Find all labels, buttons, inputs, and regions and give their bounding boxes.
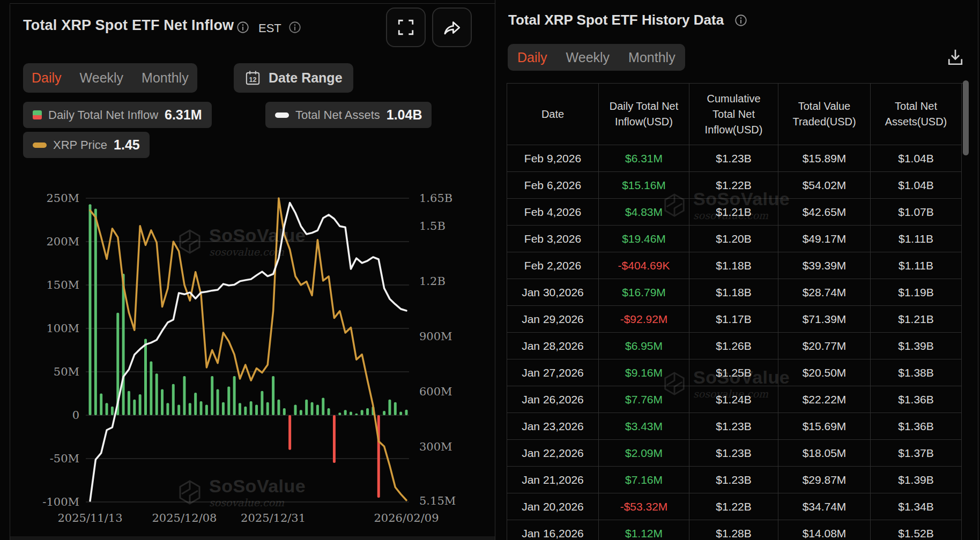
cell-assets: $1.19B xyxy=(871,279,962,306)
table-scrollbar-thumb[interactable] xyxy=(963,80,969,155)
date-range-button[interactable]: 12 Date Range xyxy=(234,63,353,93)
tab-weekly[interactable]: Weekly xyxy=(80,70,124,86)
date-range-label: Date Range xyxy=(269,70,343,86)
table-row: Jan 30,2026$16.79M$1.18B$28.74M$1.19B xyxy=(507,279,963,306)
right-axis-tick: 900M xyxy=(419,330,452,343)
cell-assets: $1.36B xyxy=(871,413,962,440)
cell-traded: $14.08M xyxy=(778,520,871,540)
history-info-icon[interactable] xyxy=(734,14,747,27)
inflow-bar xyxy=(166,403,169,415)
inflow-bar xyxy=(333,415,336,463)
inflow-bar xyxy=(183,376,185,415)
net-inflow-chart[interactable]: 250M200M150M100M50M0-50M-100M1.65B1.5B1.… xyxy=(10,161,495,540)
tab-daily[interactable]: Daily xyxy=(32,70,62,86)
cell-assets: $1.39B xyxy=(871,333,962,359)
table-row: Jan 27,2026$9.16M$1.25B$20.50M$1.38B xyxy=(507,359,963,386)
cell-assets: $1.11B xyxy=(871,252,962,279)
cell-traded: $34.74M xyxy=(778,493,871,520)
share-button[interactable] xyxy=(432,8,472,47)
inflow-bar xyxy=(255,405,258,415)
inflow-bar xyxy=(211,376,213,415)
cell-assets: $1.04B xyxy=(871,145,962,172)
table-tab-monthly[interactable]: Monthly xyxy=(628,50,675,65)
left-axis-tick: 150M xyxy=(46,279,79,291)
cell-assets: $1.21B xyxy=(871,306,962,333)
table-tab-daily[interactable]: Daily xyxy=(517,50,547,65)
info-icon[interactable] xyxy=(236,21,249,34)
inflow-bar xyxy=(244,407,247,415)
cell-date: Jan 29,2026 xyxy=(507,306,599,333)
cell-assets: $1.04B xyxy=(871,172,962,199)
cell-inflow: $2.09M xyxy=(599,440,689,467)
inflow-bar xyxy=(283,408,286,415)
table-row: Feb 9,2026$6.31M$1.23B$15.89M$1.04B xyxy=(507,145,963,172)
right-axis-tick: 600M xyxy=(419,385,452,398)
inflow-bar xyxy=(300,410,302,415)
left-axis-tick: 200M xyxy=(46,235,79,248)
cell-inflow: -$53.32M xyxy=(599,493,689,520)
cell-inflow: -$92.92M xyxy=(599,306,689,333)
cell-traded: $54.02M xyxy=(778,172,871,199)
inflow-bar xyxy=(155,373,158,415)
legend-xrp-price[interactable]: XRP Price 1.45 xyxy=(23,132,150,158)
cell-inflow: $15.16M xyxy=(599,172,689,199)
table-row: Feb 4,2026$4.83M$1.21B$42.65M$1.07B xyxy=(507,199,963,226)
table-row: Jan 29,2026-$92.92M$1.17B$71.39M$1.21B xyxy=(507,306,963,333)
cell-traded: $29.87M xyxy=(778,467,871,493)
cell-inflow: $7.76M xyxy=(599,386,689,413)
column-header: Date xyxy=(507,84,599,145)
inflow-bar xyxy=(172,384,175,415)
legend-value: 6.31M xyxy=(165,107,202,123)
white-dash-icon xyxy=(275,112,289,118)
cell-traded: $42.65M xyxy=(778,199,871,226)
timezone-label: EST xyxy=(258,21,281,35)
cell-cumulative: $1.18B xyxy=(689,279,778,306)
cell-cumulative: $1.25B xyxy=(689,359,778,386)
cell-inflow: $9.16M xyxy=(599,359,689,386)
inflow-bar xyxy=(144,339,147,415)
inflow-bar xyxy=(217,389,219,415)
inflow-bar xyxy=(316,405,319,415)
inflow-bar xyxy=(89,204,92,415)
cell-date: Jan 27,2026 xyxy=(507,359,599,386)
cell-date: Feb 2,2026 xyxy=(507,252,599,279)
cell-cumulative: $1.28B xyxy=(689,520,778,540)
cell-assets: $1.39B xyxy=(871,467,962,493)
cell-date: Jan 21,2026 xyxy=(507,467,599,493)
cell-cumulative: $1.23B xyxy=(689,413,778,440)
fullscreen-icon xyxy=(397,18,415,36)
table-row: Jan 20,2026-$53.32M$1.22B$34.74M$1.34B xyxy=(507,493,963,520)
inflow-bar xyxy=(328,408,330,415)
column-header: Total Net Assets(USD) xyxy=(871,84,962,145)
cell-assets: $1.38B xyxy=(871,359,962,386)
inflow-bar xyxy=(139,394,142,415)
chart-period-tabs: Daily Weekly Monthly xyxy=(23,63,197,93)
cell-assets: $1.37B xyxy=(871,440,962,467)
inflow-bar xyxy=(250,401,253,415)
right-axis-tick: 1.2B xyxy=(419,275,446,288)
cell-assets: $1.11B xyxy=(871,226,962,252)
download-button[interactable] xyxy=(942,45,968,71)
right-axis-tick: 1.65B xyxy=(419,192,452,205)
tab-monthly[interactable]: Monthly xyxy=(142,70,189,86)
cell-inflow: $6.95M xyxy=(599,333,689,359)
cell-cumulative: $1.17B xyxy=(689,306,778,333)
table-tab-weekly[interactable]: Weekly xyxy=(566,50,610,65)
legend-total-net-assets[interactable]: Total Net Assets 1.04B xyxy=(265,102,432,128)
inflow-bar xyxy=(150,362,152,415)
cell-date: Feb 9,2026 xyxy=(507,145,599,172)
legend-daily-net-inflow[interactable]: Daily Total Net Inflow 6.31M xyxy=(23,102,212,128)
share-icon xyxy=(442,17,462,38)
inflow-bar xyxy=(399,412,402,415)
table-row: Feb 2,2026-$404.69K$1.18B$39.39M$1.11B xyxy=(507,252,963,279)
inflow-bar xyxy=(394,402,397,415)
inflow-bar xyxy=(111,407,114,415)
cell-date: Jan 20,2026 xyxy=(507,493,599,520)
fullscreen-button[interactable] xyxy=(386,8,426,47)
cell-cumulative: $1.23B xyxy=(689,145,778,172)
table-row: Feb 3,2026$19.46M$1.20B$49.17M$1.11B xyxy=(507,226,963,252)
history-data-title: Total XRP Spot ETF History Data xyxy=(508,12,724,28)
timezone-info-icon[interactable] xyxy=(288,21,301,34)
table-row: Jan 21,2026$7.16M$1.23B$29.87M$1.39B xyxy=(507,467,963,493)
inflow-bar xyxy=(272,376,274,415)
